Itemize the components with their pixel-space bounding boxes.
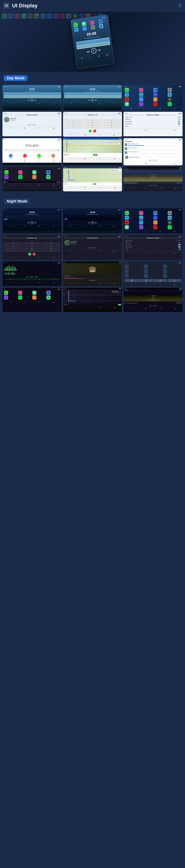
day-music-screen-2: 9:41◼◼◼ 20:08 A soothing dose of nature … — [63, 85, 122, 111]
night-content-screen: 9:41◼◼◼ Content Title Video description … — [63, 261, 122, 286]
day-mode-section: Day Mode — [0, 72, 185, 83]
track-item-3[interactable]: 华乐_33_RISE.mp3 — [124, 151, 182, 155]
email-icon[interactable]: ✉ — [81, 57, 83, 59]
nav-icon[interactable]: ☰ — [178, 3, 182, 8]
day-bt-settings-screen: 11:46◼◼◼ Bluetooth_Settings Device name … — [123, 112, 183, 137]
day-driving-nav: 18:01◼◼◼ 10:19 ETA 9.0 km Start on Dongl… — [123, 167, 183, 191]
night-screenshots-grid: 9:41◼◼◼ 20:08 A soothing dose of nature — [0, 207, 185, 315]
play-ctrl-1[interactable]: ⏸ — [30, 99, 33, 102]
day-carplay-apps: 18:54◼◼◼ 📞 🎵 💬 🗺 🎙 S 📻 W 🕐 18:54 ◼◼◼◼ — [2, 167, 62, 191]
night-bt-settings: 11:46◼◼◼ Bluetooth_Settings Device name … — [123, 235, 183, 260]
night-apps-screen: 9:41◼◼◼ 📞 🎵 🗺 ⚙ ✈ 🚗 🔵 🌤 ▶ 🌐 📻 📷 💬 🎙 — [123, 208, 183, 234]
day-screenshots-grid: 9:41◼◼◼ 20:08 A soothing dose of nature … — [0, 83, 185, 194]
night-mode-section: Night Mode — [0, 194, 185, 207]
day-routing-map: 18:03◼◼◼ 📍 Sunny Coffee Western Restaura… — [63, 167, 122, 191]
night-routing-map: 18:03◼◼◼ 📍 Sunny Coffee Western Restaura… — [63, 287, 122, 312]
track-item-2[interactable]: 华乐_02_xxx.mp3 — [124, 147, 182, 151]
hero-device: 12:34 ▲ ◼◼◼◼ 📞 💬 🎵 🗺 ✈ 🌐 ⚙ 🌤 20:08 A soo… — [71, 14, 115, 69]
page-title: UI Display — [12, 3, 37, 9]
day-social-screen: 11:46◼◼◼ SocialMusic 华乐_01_RISE.mp3 华乐_0… — [123, 138, 183, 165]
apps-icon[interactable]: ⊞ — [98, 55, 100, 57]
day-mode-badge: Day Mode — [4, 75, 28, 81]
music-time-1: 20:08 — [3, 88, 61, 90]
hero-section: 📞 🗺 🎵 💬 ⚙ 📷 🌐 ✉ 🎙 ▶ 🌤 🧭 🔵 📻 📸 ✈ 12:34 ▲ … — [0, 11, 185, 72]
night-bt-music: 11:46◼◼◼ Bluetooth_Music Music Title Mus… — [63, 235, 122, 260]
play-button[interactable]: ⏸ — [91, 48, 97, 54]
bt-music-title: Bluetooth_Music — [3, 114, 61, 116]
night-waveform-screen: 9:41◼◼◼ — [2, 261, 62, 286]
night-row-2: 11:46◼◼◼ Bluetooth_Call — 1 2 3 4 5 6 7 … — [2, 235, 183, 260]
day-google-screen: 9:41◼◼◼ Google 🔍 🎤 Search — [2, 138, 62, 165]
auto-answer-toggle[interactable] — [178, 121, 181, 122]
day-music-screen-1: 9:41◼◼◼ 20:08 A soothing dose of nature … — [2, 85, 62, 111]
night-mode-badge: Night Mode — [4, 198, 30, 204]
night-bt-call: 11:46◼◼◼ Bluetooth_Call — 1 2 3 4 5 6 7 … — [2, 235, 62, 260]
next-ctrl-1[interactable]: ⏭ — [34, 99, 36, 101]
menu-button[interactable] — [3, 2, 10, 9]
prev-ctrl-1[interactable]: ⏮ — [28, 99, 29, 101]
power-toggle[interactable] — [178, 125, 181, 127]
night-row-3: 9:41◼◼◼ — [2, 261, 183, 286]
day-bt-music-screen: 11:46◼◼◼ Bluetooth_Music Music Title Mus… — [2, 112, 62, 137]
next-button[interactable]: ⏭ — [98, 48, 101, 52]
night-carplay-apps: 18:54◼◼◼ 📞 🎵 💬 🗺 🎙 S 📻 W ✉ 📞 ⊞ 🚗 — [2, 287, 62, 312]
auto-connect-toggle[interactable] — [178, 123, 181, 124]
app-header: UI Display ☰ — [0, 0, 185, 11]
night-driving-nav: 18:01◼◼◼ 10:19 ETA 9.0 km Start on Dongl… — [123, 287, 183, 312]
dial-icon[interactable]: 📞 — [89, 56, 91, 58]
day-row-4: 18:54◼◼◼ 📞 🎵 💬 🗺 🎙 S 📻 W 🕐 18:54 ◼◼◼◼ — [2, 167, 183, 191]
prev-button[interactable]: ⏮ — [86, 50, 89, 53]
track-item-1[interactable]: 华乐_01_RISE.mp3 — [124, 143, 182, 147]
day-bt-call-screen: 11:46◼◼◼ Bluetooth_Call — 1 2 3 4 5 6 7 … — [63, 112, 122, 137]
bt-call-title: Bluetooth_Call — [64, 114, 122, 116]
night-music-1: 9:41◼◼◼ 20:08 A soothing dose of nature — [2, 208, 62, 234]
night-power-toggle[interactable] — [178, 248, 181, 250]
night-music-2: 9:41◼◼◼ 20:08 A soothing dose of nature — [63, 208, 122, 234]
night-row-4: 18:54◼◼◼ 📞 🎵 💬 🗺 🎙 S 📻 W ✉ 📞 ⊞ 🚗 — [2, 287, 183, 312]
night-auto-connect-toggle[interactable] — [178, 246, 181, 248]
auto-icon[interactable]: 🚗 — [106, 54, 108, 56]
go-button[interactable]: GO — [93, 154, 98, 156]
day-row-2: 11:46◼◼◼ Bluetooth_Music Music Title Mus… — [2, 112, 183, 137]
night-nav-arrows: 18:01◼◼◼ ↑ ↗ → ↖ ↙ ← ↓ ↪ ↩ SPD — [123, 261, 183, 286]
header-left: UI Display — [3, 2, 37, 9]
night-auto-answer-toggle[interactable] — [178, 244, 181, 245]
day-map-screen: 9:41◼◼◼ 📍 Sunny Coffee Western Restauran… — [63, 138, 122, 165]
day-row-1: 9:41◼◼◼ 20:08 A soothing dose of nature … — [2, 85, 183, 111]
night-go-button[interactable]: GO — [118, 304, 121, 305]
day-apps-screen: 9:41◼◼◼ 📞 🎵 🗺 ⚙ ✈ 🚗 🔵 🌤 ▶ 🌐 📻 📷 💬 🎙 — [123, 85, 183, 111]
day-row-3: 9:41◼◼◼ Google 🔍 🎤 Search — [2, 138, 183, 165]
night-row-1: 9:41◼◼◼ 20:08 A soothing dose of nature — [2, 208, 183, 234]
bt-settings-title: Bluetooth_Settings — [124, 114, 182, 116]
